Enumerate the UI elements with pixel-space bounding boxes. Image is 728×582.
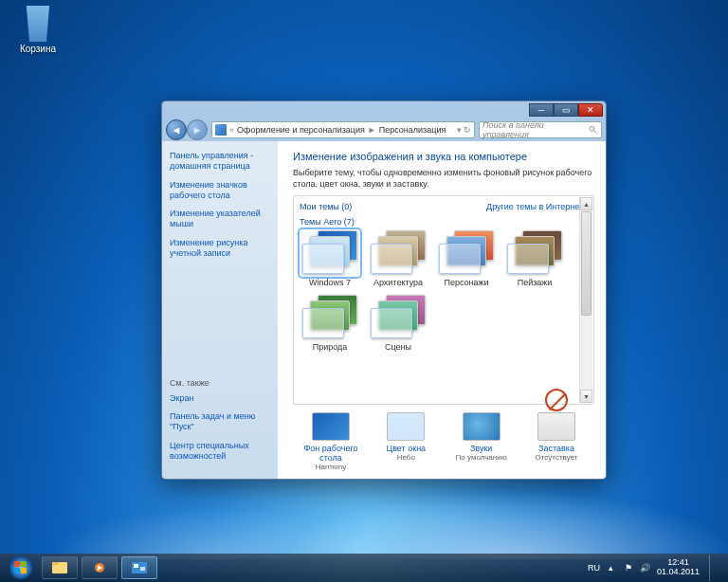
online-themes-link[interactable]: Другие темы в Интернете [486,202,588,211]
search-placeholder: Поиск в панели управления [482,120,589,139]
svg-rect-4 [21,561,27,567]
footer-фон[interactable]: Фон рабочего стола Harmony [297,412,365,471]
svg-rect-6 [21,568,27,573]
maximize-button[interactable]: ▭ [554,103,578,117]
theme-label: Природа [300,342,360,352]
clock-date: 01.04.2011 [657,568,700,577]
control-panel-icon [215,124,227,136]
close-button[interactable]: ✕ [578,103,603,117]
theme-listbox: Мои темы (0) Другие темы в Интернете Тем… [293,195,594,405]
recycle-bin-icon [23,6,53,42]
theme-label: Персонажи [436,278,497,287]
theme-архитектура[interactable]: Архитектура [368,230,428,287]
clock[interactable]: 12:41 01.04.2011 [657,558,700,577]
titlebar[interactable]: ─ ▭ ✕ [162,101,606,118]
sidebar-also-ease[interactable]: Центр специальных возможностей [170,441,270,463]
sidebar-link-home[interactable]: Панель управления - домашняя страница [170,151,270,173]
see-also-label: См. также [170,378,270,388]
breadcrumb-a[interactable]: Оформление и персонализация [237,125,365,135]
svg-rect-3 [14,561,20,567]
tray-chevron-icon[interactable]: ▴ [606,562,617,573]
scroll-down[interactable]: ▼ [580,390,592,403]
scroll-up[interactable]: ▲ [580,197,592,210]
svg-rect-12 [134,564,138,568]
personalization-window: ─ ▭ ✕ ◄ ► « Оформление и персонализация … [161,100,607,480]
theme-природа[interactable]: Природа [300,295,360,352]
aero-themes-label: Темы Aero (7) [300,217,355,227]
theme-windows-7[interactable]: Windows 7 [300,230,360,287]
taskbar: RU ▴ ⚑ 🔊 12:41 01.04.2011 [0,554,728,582]
system-tray: RU ▴ ⚑ 🔊 12:41 01.04.2011 [588,555,724,581]
svg-rect-8 [52,562,59,565]
search-icon [589,125,598,135]
scrollbar[interactable]: ▲ ▼ [579,197,592,403]
svg-rect-5 [14,568,20,573]
minimize-button[interactable]: ─ [529,103,554,117]
start-button[interactable] [4,555,38,581]
svg-point-0 [591,126,595,131]
sidebar-link-account-picture[interactable]: Изменение рисунка учетной записи [170,238,270,260]
theme-сцены[interactable]: Сцены [368,295,428,352]
breadcrumb[interactable]: « Оформление и персонализация ► Персонал… [211,121,475,138]
show-desktop-button[interactable] [709,555,719,581]
taskbar-mediaplayer[interactable] [82,556,118,579]
search-input[interactable]: Поиск в панели управления [479,121,602,138]
desktop: Корзина ─ ▭ ✕ ◄ ► « Оформление и персона… [0,0,728,582]
taskbar-personalization[interactable] [121,556,157,579]
theme-label: Пейзажи [504,278,565,287]
theme-label: Сцены [368,342,428,352]
back-button[interactable]: ◄ [166,119,187,140]
flag-icon[interactable]: ⚑ [623,562,634,573]
page-title: Изменение изображения и звука на компьют… [293,151,594,162]
svg-rect-13 [140,567,145,571]
sidebar-link-icons[interactable]: Изменение значков рабочего стола [170,180,270,202]
taskbar-explorer[interactable] [42,556,78,579]
sidebar-also-taskbar[interactable]: Панель задач и меню "Пуск" [170,411,270,433]
my-themes-label: Мои темы (0) [300,202,352,211]
sidebar-also-display[interactable]: Экран [170,393,270,404]
recycle-bin-label: Корзина [13,44,63,54]
content: Изменение изображения и звука на компьют… [278,141,606,479]
svg-line-1 [594,131,597,134]
recycle-bin[interactable]: Корзина [13,6,63,54]
volume-icon[interactable]: 🔊 [640,562,651,573]
footer-цвет[interactable]: Цвет окна Небо [372,412,440,471]
tray-lang[interactable]: RU [588,563,600,573]
svg-point-2 [9,556,32,579]
forward-button[interactable]: ► [187,119,208,140]
footer-заставка[interactable]: Заставка Отсутствует [522,412,591,471]
page-subtitle: Выберите тему, чтобы одновременно измени… [293,168,594,190]
theme-пейзажи[interactable]: Пейзажи [504,230,565,287]
theme-label: Windows 7 [300,278,360,287]
theme-label: Архитектура [368,278,428,287]
sidebar-link-cursors[interactable]: Изменение указателей мыши [170,209,270,230]
footer-звуки[interactable]: Звуки По умолчанию [447,412,516,471]
scroll-thumb[interactable] [581,211,592,316]
navbar: ◄ ► « Оформление и персонализация ► Перс… [162,118,606,141]
theme-персонажи[interactable]: Персонажи [436,230,497,287]
sidebar: Панель управления - домашняя страница Из… [162,141,278,479]
breadcrumb-b[interactable]: Персонализация [379,125,446,135]
